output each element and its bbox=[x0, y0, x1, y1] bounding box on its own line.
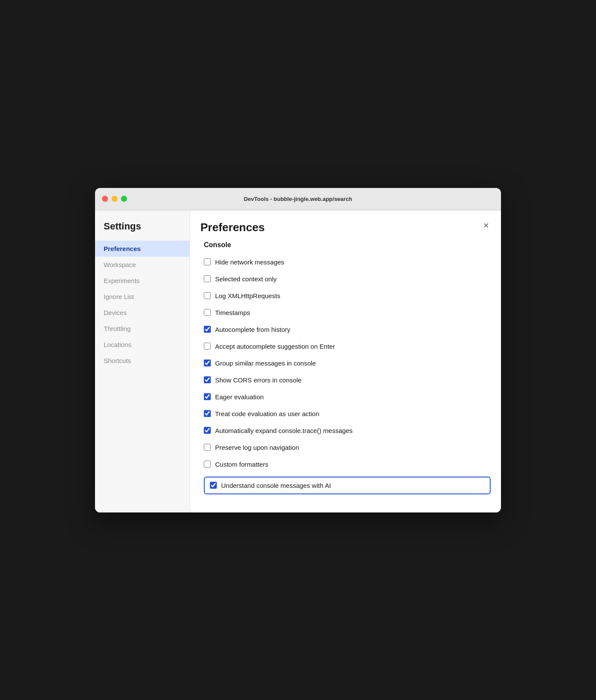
autocomplete-history-checkbox[interactable] bbox=[204, 326, 211, 333]
title-bar: DevTools - bubble-jingle.web.app/search bbox=[95, 188, 501, 210]
custom-formatters-label[interactable]: Custom formatters bbox=[215, 460, 268, 469]
show-cors-label[interactable]: Show CORS errors in console bbox=[215, 375, 301, 385]
understand-ai-checkbox[interactable] bbox=[210, 482, 217, 489]
treat-code-label[interactable]: Treat code evaluation as user action bbox=[215, 409, 319, 418]
checkbox-autocomplete-enter: Accept autocomplete suggestion on Enter bbox=[204, 342, 491, 351]
preserve-log-label[interactable]: Preserve log upon navigation bbox=[215, 443, 299, 452]
eager-eval-label[interactable]: Eager evaluation bbox=[215, 392, 264, 401]
custom-formatters-checkbox[interactable] bbox=[204, 461, 211, 468]
timestamps-checkbox[interactable] bbox=[204, 309, 211, 316]
autocomplete-history-label[interactable]: Autocomplete from history bbox=[215, 325, 290, 334]
checkbox-preserve-log: Preserve log upon navigation bbox=[204, 443, 491, 452]
sidebar-item-throttling[interactable]: Throttling bbox=[95, 321, 190, 337]
sidebar-item-locations[interactable]: Locations bbox=[95, 337, 190, 353]
sidebar-item-experiments[interactable]: Experiments bbox=[95, 273, 190, 289]
group-similar-checkbox[interactable] bbox=[204, 360, 211, 366]
minimize-window-button[interactable] bbox=[111, 196, 117, 202]
checkbox-eager-eval: Eager evaluation bbox=[204, 392, 491, 401]
maximize-window-button[interactable] bbox=[121, 196, 127, 202]
main-header: Preferences × bbox=[190, 221, 501, 241]
close-settings-button[interactable]: × bbox=[482, 221, 491, 230]
checkbox-expand-trace: Automatically expand console.trace() mes… bbox=[204, 426, 491, 435]
sidebar-title: Settings bbox=[95, 221, 190, 241]
content-area: Console Hide network messages Selected c… bbox=[190, 241, 501, 512]
sidebar-item-preferences[interactable]: Preferences bbox=[95, 241, 190, 257]
checkbox-hide-network: Hide network messages bbox=[204, 258, 491, 267]
checkbox-group-similar: Group similar messages in console bbox=[204, 359, 491, 368]
page-title: Preferences bbox=[200, 221, 265, 234]
checkbox-understand-ai-container: Understand console messages with AI bbox=[204, 477, 491, 494]
sidebar-item-ignore-list[interactable]: Ignore List bbox=[95, 289, 190, 305]
window-controls bbox=[102, 196, 127, 202]
preserve-log-checkbox[interactable] bbox=[204, 444, 211, 451]
expand-trace-checkbox[interactable] bbox=[204, 427, 211, 434]
checkbox-log-xmlhttp: Log XMLHttpRequests bbox=[204, 291, 491, 300]
group-similar-label[interactable]: Group similar messages in console bbox=[215, 359, 316, 368]
eager-eval-checkbox[interactable] bbox=[204, 393, 211, 400]
timestamps-label[interactable]: Timestamps bbox=[215, 308, 250, 317]
understand-ai-label[interactable]: Understand console messages with AI bbox=[221, 481, 331, 490]
section-title-console: Console bbox=[204, 241, 491, 251]
autocomplete-enter-checkbox[interactable] bbox=[204, 343, 211, 350]
log-xmlhttp-checkbox[interactable] bbox=[204, 292, 211, 299]
show-cors-checkbox[interactable] bbox=[204, 376, 211, 383]
checkbox-custom-formatters: Custom formatters bbox=[204, 460, 491, 469]
hide-network-checkbox[interactable] bbox=[204, 258, 211, 265]
window-title: DevTools - bubble-jingle.web.app/search bbox=[244, 196, 352, 202]
sidebar-item-devices[interactable]: Devices bbox=[95, 305, 190, 321]
checkbox-treat-code: Treat code evaluation as user action bbox=[204, 409, 491, 418]
selected-context-checkbox[interactable] bbox=[204, 275, 211, 282]
autocomplete-enter-label[interactable]: Accept autocomplete suggestion on Enter bbox=[215, 342, 335, 351]
close-window-button[interactable] bbox=[102, 196, 108, 202]
selected-context-label[interactable]: Selected context only bbox=[215, 274, 277, 283]
log-xmlhttp-label[interactable]: Log XMLHttpRequests bbox=[215, 291, 280, 300]
checkbox-autocomplete-history: Autocomplete from history bbox=[204, 325, 491, 334]
checkbox-timestamps: Timestamps bbox=[204, 308, 491, 317]
sidebar: Settings Preferences Workspace Experimen… bbox=[95, 210, 190, 512]
hide-network-label[interactable]: Hide network messages bbox=[215, 258, 284, 267]
treat-code-checkbox[interactable] bbox=[204, 410, 211, 417]
expand-trace-label[interactable]: Automatically expand console.trace() mes… bbox=[215, 426, 353, 435]
main-content: Preferences × Console Hide network messa… bbox=[190, 210, 501, 512]
checkbox-selected-context: Selected context only bbox=[204, 274, 491, 283]
window-body: Settings Preferences Workspace Experimen… bbox=[95, 210, 501, 512]
devtools-window: DevTools - bubble-jingle.web.app/search … bbox=[95, 188, 501, 512]
sidebar-item-workspace[interactable]: Workspace bbox=[95, 257, 190, 273]
checkbox-show-cors: Show CORS errors in console bbox=[204, 375, 491, 385]
sidebar-item-shortcuts[interactable]: Shortcuts bbox=[95, 353, 190, 369]
